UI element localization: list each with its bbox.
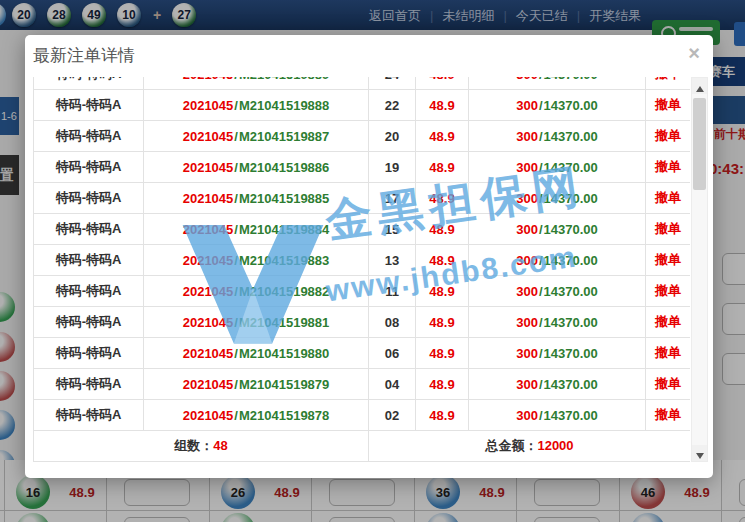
bet-type: 特码-特码A (56, 345, 122, 360)
groups-value: 48 (213, 438, 227, 453)
bet-number: 06 (385, 346, 399, 361)
bet-amount: 300 (516, 222, 538, 237)
total-amount: 14370.00 (544, 315, 598, 330)
period-number: 2021045 (183, 77, 234, 82)
bet-type: 特码-特码A (56, 221, 122, 236)
odds-value: 48.9 (429, 191, 454, 206)
period-number: 2021045 (183, 160, 234, 175)
slash: / (539, 408, 543, 423)
period-number: 2021045 (183, 191, 234, 206)
bet-type: 特码-特码A (56, 252, 122, 267)
slash: / (539, 253, 543, 268)
bet-type: 特码-特码A (56, 314, 122, 329)
bet-row: 特码-特码A 2021045/M21041519888 22 48.9 300/… (34, 90, 691, 121)
bet-type: 特码-特码A (56, 376, 122, 391)
bet-row: 特码-特码A 2021045/M21041519880 06 48.9 300/… (34, 338, 691, 369)
slash: / (539, 129, 543, 144)
slash: / (234, 191, 238, 206)
slash: / (234, 284, 238, 299)
cancel-order-link[interactable]: 撤单 (655, 128, 681, 143)
order-number: M21041519888 (239, 98, 329, 113)
period-number: 2021045 (183, 222, 234, 237)
odds-value: 48.9 (429, 77, 454, 82)
bet-number: 11 (385, 284, 399, 299)
bet-type: 特码-特码A (56, 283, 122, 298)
total-amount: 14370.00 (544, 222, 598, 237)
cancel-order-link[interactable]: 撤单 (655, 221, 681, 236)
order-number: M21041519885 (239, 191, 329, 206)
total-amount: 14370.00 (544, 191, 598, 206)
slash: / (539, 284, 543, 299)
cancel-order-link[interactable]: 撤单 (655, 283, 681, 298)
total-value: 12000 (537, 438, 573, 453)
bet-row: 特码-特码A 2021045/M21041519884 15 48.9 300/… (34, 214, 691, 245)
bet-table: 特码-特码A 2021045/M21041519889 24 48.9 300/… (33, 77, 690, 462)
bet-row: 特码-特码A 2021045/M21041519885 17 48.9 300/… (34, 183, 691, 214)
total-amount: 14370.00 (544, 160, 598, 175)
bet-type: 特码-特码A (56, 407, 122, 422)
scroll-up-arrow-icon[interactable] (692, 78, 707, 94)
summary-row: 组数：48 总金额：12000 (34, 431, 691, 462)
period-number: 2021045 (183, 346, 234, 361)
cancel-order-link[interactable]: 撤单 (655, 159, 681, 174)
bet-row: 特码-特码A 2021045/M21041519882 11 48.9 300/… (34, 276, 691, 307)
slash: / (539, 346, 543, 361)
order-number: M21041519884 (239, 222, 329, 237)
bet-amount: 300 (516, 315, 538, 330)
bet-number: 17 (385, 191, 399, 206)
bet-amount: 300 (516, 377, 538, 392)
order-number: M21041519889 (239, 77, 329, 82)
bet-row: 特码-特码A 2021045/M21041519881 08 48.9 300/… (34, 307, 691, 338)
slash: / (539, 222, 543, 237)
bet-amount: 300 (516, 129, 538, 144)
scroll-down-arrow-icon[interactable] (692, 445, 707, 461)
total-amount: 14370.00 (544, 129, 598, 144)
bet-table-wrap: 特码-特码A 2021045/M21041519889 24 48.9 300/… (33, 77, 690, 462)
bet-row: 特码-特码A 2021045/M21041519879 04 48.9 300/… (34, 369, 691, 400)
order-number: M21041519887 (239, 129, 329, 144)
cancel-order-link[interactable]: 撤单 (655, 314, 681, 329)
bet-number: 13 (385, 253, 399, 268)
bet-amount: 300 (516, 284, 538, 299)
odds-value: 48.9 (429, 284, 454, 299)
cancel-order-link[interactable]: 撤单 (655, 407, 681, 422)
odds-value: 48.9 (429, 222, 454, 237)
scroll-thumb[interactable] (693, 98, 706, 190)
odds-value: 48.9 (429, 160, 454, 175)
bet-type: 特码-特码A (56, 77, 122, 81)
slash: / (539, 77, 543, 82)
bet-type: 特码-特码A (56, 190, 122, 205)
period-number: 2021045 (183, 129, 234, 144)
cancel-order-link[interactable]: 撤单 (655, 77, 681, 81)
bet-details-modal: 最新注单详情 × 特码-特码A 2021045/M21041519889 24 … (25, 35, 713, 478)
cancel-order-link[interactable]: 撤单 (655, 190, 681, 205)
bet-amount: 300 (516, 160, 538, 175)
slash: / (539, 315, 543, 330)
bet-amount: 300 (516, 253, 538, 268)
cancel-order-link[interactable]: 撤单 (655, 97, 681, 112)
total-amount: 14370.00 (544, 408, 598, 423)
odds-value: 48.9 (429, 129, 454, 144)
cancel-order-link[interactable]: 撤单 (655, 345, 681, 360)
bet-number: 08 (385, 315, 399, 330)
order-number: M21041519878 (239, 408, 329, 423)
cancel-order-link[interactable]: 撤单 (655, 252, 681, 267)
table-scrollbar[interactable] (691, 77, 708, 462)
period-number: 2021045 (183, 284, 234, 299)
odds-value: 48.9 (429, 315, 454, 330)
close-icon[interactable]: × (688, 43, 700, 63)
total-label: 总金额： (485, 438, 537, 453)
period-number: 2021045 (183, 315, 234, 330)
period-number: 2021045 (183, 253, 234, 268)
bet-type: 特码-特码A (56, 97, 122, 112)
groups-label: 组数： (174, 438, 213, 453)
odds-value: 48.9 (429, 377, 454, 392)
cancel-order-link[interactable]: 撤单 (655, 376, 681, 391)
slash: / (234, 129, 238, 144)
odds-value: 48.9 (429, 346, 454, 361)
odds-value: 48.9 (429, 408, 454, 423)
odds-value: 48.9 (429, 98, 454, 113)
slash: / (234, 253, 238, 268)
bet-number: 24 (385, 77, 399, 82)
order-number: M21041519886 (239, 160, 329, 175)
